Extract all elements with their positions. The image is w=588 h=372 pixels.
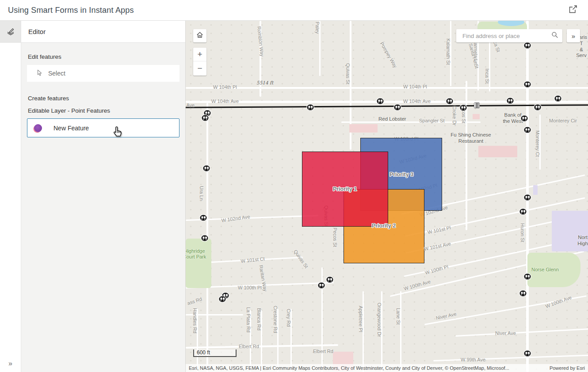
bus-stop-marker[interactable]: [327, 277, 333, 283]
map-area: [533, 185, 538, 195]
street-label: ass Rd: [187, 296, 202, 306]
bus-stop-marker[interactable]: [219, 296, 226, 302]
bus-stop-marker[interactable]: [521, 116, 528, 121]
street-label: Inca St: [485, 68, 490, 84]
app-title: Using Smart Forms in Instant Apps: [8, 6, 134, 15]
street-label: W 99th Ave: [461, 357, 485, 362]
street-label: Croke Dr: [452, 106, 457, 125]
edit-layers-icon: [6, 26, 15, 38]
bus-stop-marker[interactable]: [460, 105, 467, 111]
street-label: La Plata Rd: [246, 307, 251, 332]
bus-stop-marker[interactable]: [394, 105, 401, 110]
street-label: Paley: [315, 22, 320, 34]
scale-bar-label: 600 ft: [197, 349, 210, 356]
street-label: W 104th Ave: [403, 99, 431, 104]
street-label: W 100th Pl: [238, 285, 262, 290]
street-label: Spangler St: [419, 118, 444, 123]
road: [466, 81, 467, 230]
bus-stop-marker[interactable]: [524, 43, 531, 49]
scale-bar: 600 ft: [193, 349, 237, 357]
street-label: W 101st Ave: [424, 241, 451, 252]
bus-stop-marker[interactable]: [524, 82, 531, 87]
bus-stop-marker[interactable]: [202, 115, 209, 121]
tool-strip: »: [0, 21, 21, 372]
railroad-crossing-icon: [474, 102, 480, 108]
map-canvas[interactable]: + − » 600 ft Esri, NASA, NGA, USGS, FEMA…: [186, 21, 588, 372]
road: [455, 328, 588, 337]
road: [400, 291, 401, 372]
bus-stop-marker[interactable]: [524, 195, 531, 201]
priority-zone-label: Priority 3: [389, 171, 413, 178]
street-label: Elbert Rd: [239, 344, 259, 349]
new-feature-button[interactable]: New Feature: [27, 118, 179, 137]
bus-stop-marker[interactable]: [507, 98, 514, 104]
street-label: W 102nd Ave: [221, 214, 250, 223]
street-label: Crey Rd: [286, 309, 291, 326]
street-label: Nort High: [577, 235, 588, 247]
road: [433, 355, 588, 361]
street-label: Ura Ln: [199, 186, 204, 201]
bus-stop-marker[interactable]: [307, 105, 314, 110]
street-label: Monterey Ct: [535, 130, 540, 157]
powered-by-esri: Powered by Esri: [550, 365, 585, 371]
street-label: Monterey Cir: [549, 118, 577, 123]
map-area: [186, 239, 211, 288]
bus-stop-marker[interactable]: [524, 351, 531, 357]
street-label: W 104th Pl: [213, 84, 237, 90]
editor-tool-button[interactable]: [0, 21, 21, 43]
attribution-bar: Esri, NASA, NGA, USGS, FEMA | Esri Commu…: [186, 364, 588, 372]
map-area: [349, 124, 378, 133]
attribution-sources: Esri, NASA, NGA, USGS, FEMA | Esri Commu…: [189, 365, 509, 371]
bus-stop-marker[interactable]: [377, 99, 384, 104]
new-feature-label: New Feature: [53, 125, 89, 132]
zoom-out-button[interactable]: −: [193, 61, 206, 75]
street-label: Elbert Rd: [313, 349, 333, 354]
street-label: Romblon Way: [256, 26, 265, 57]
bus-stop-marker[interactable]: [318, 283, 325, 288]
select-button[interactable]: Select: [27, 65, 179, 82]
home-icon: [196, 31, 204, 41]
zoom-in-button[interactable]: +: [193, 48, 206, 61]
bus-stop-marker[interactable]: [520, 291, 527, 296]
street-label: Norse Glenn: [531, 267, 559, 272]
search-button[interactable]: [547, 29, 562, 42]
search-expand-button[interactable]: »: [567, 29, 580, 42]
street-label: Appletree Pl: [358, 306, 363, 332]
street-label: Lane St: [396, 308, 401, 325]
street-label: W 100th Pl: [424, 264, 449, 275]
bus-stop-marker[interactable]: [202, 235, 208, 241]
street-label: Niver Ave: [495, 330, 516, 336]
bus-stop-marker[interactable]: [200, 215, 207, 221]
home-button[interactable]: [193, 29, 206, 42]
street-label: Kalamath St: [446, 38, 451, 65]
map-area: [473, 114, 480, 119]
search-icon: [551, 31, 558, 40]
panel-collapse-chevrons[interactable]: »: [0, 360, 21, 368]
street-label: Quivas St: [293, 249, 309, 269]
street-label: Blanca Rd: [256, 308, 262, 330]
street-label: W 104th Ave: [186, 102, 195, 108]
street-label: Crestone Rd: [273, 306, 278, 333]
bus-stop-marker[interactable]: [555, 96, 561, 102]
editor-panel-body: Edit features Select Create features Edi…: [21, 43, 185, 137]
street-label: Carmela Ln: [473, 39, 478, 65]
share-button[interactable]: [566, 3, 580, 17]
share-icon: [568, 4, 578, 16]
bus-stop-marker[interactable]: [447, 99, 453, 104]
edit-features-label: Edit features: [28, 53, 179, 60]
search-input[interactable]: [462, 32, 542, 40]
create-features-label: Create features: [28, 95, 179, 102]
street-label: Highridge Court Park: [186, 248, 206, 260]
hand-cursor-icon: [112, 125, 124, 140]
priority-zone-label: Priority 2: [372, 223, 396, 229]
road: [341, 121, 481, 123]
street-label: Fu Shing Chinese Restaurant: [451, 132, 491, 144]
bus-stop-marker[interactable]: [524, 127, 531, 133]
bus-stop-marker[interactable]: [535, 105, 541, 110]
street-label: Red Lobster: [378, 116, 406, 121]
street-label: Huron St: [520, 223, 525, 242]
bus-stop-marker[interactable]: [520, 209, 527, 215]
bus-stop-marker[interactable]: [203, 166, 210, 171]
bus-stop-marker[interactable]: [524, 274, 531, 280]
street-label: W 104th Pl: [403, 84, 427, 89]
